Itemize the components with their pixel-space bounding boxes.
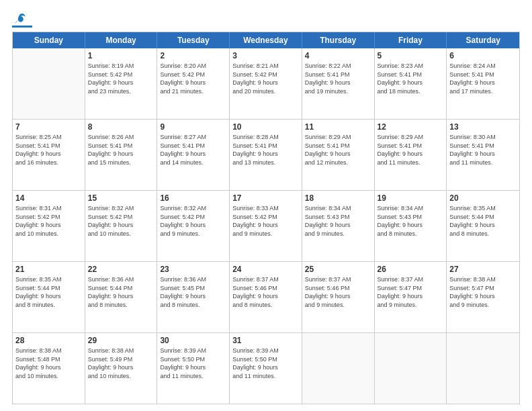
cell-text: Sunrise: 8:29 AM Sunset: 5:41 PM Dayligh…: [378, 133, 444, 167]
day-number: 19: [378, 193, 444, 203]
cell-text: Sunrise: 8:32 AM Sunset: 5:42 PM Dayligh…: [160, 204, 226, 238]
cell-text: Sunrise: 8:25 AM Sunset: 5:41 PM Dayligh…: [15, 133, 82, 167]
calendar-cell: 26Sunrise: 8:37 AM Sunset: 5:47 PM Dayli…: [375, 262, 447, 332]
cell-text: Sunrise: 8:35 AM Sunset: 5:44 PM Dayligh…: [449, 204, 517, 238]
calendar-cell: 20Sunrise: 8:35 AM Sunset: 5:44 PM Dayli…: [447, 191, 519, 261]
cell-text: Sunrise: 8:38 AM Sunset: 5:49 PM Dayligh…: [88, 347, 154, 380]
calendar-cell: 9Sunrise: 8:27 AM Sunset: 5:41 PM Daylig…: [157, 120, 230, 190]
day-number: 14: [15, 193, 82, 203]
cell-text: Sunrise: 8:38 AM Sunset: 5:48 PM Dayligh…: [15, 347, 82, 380]
calendar-cell: 6Sunrise: 8:24 AM Sunset: 5:41 PM Daylig…: [447, 48, 519, 119]
logo-bird-icon: [13, 12, 27, 26]
calendar-row: 7Sunrise: 8:25 AM Sunset: 5:41 PM Daylig…: [13, 120, 519, 191]
calendar-cell: 14Sunrise: 8:31 AM Sunset: 5:42 PM Dayli…: [13, 191, 85, 261]
calendar-header-cell: Sunday: [13, 32, 85, 48]
cell-text: Sunrise: 8:39 AM Sunset: 5:50 PM Dayligh…: [160, 347, 226, 380]
calendar-cell: 13Sunrise: 8:30 AM Sunset: 5:41 PM Dayli…: [447, 120, 519, 190]
day-number: 25: [305, 264, 371, 275]
day-number: 13: [449, 122, 517, 132]
day-number: 3: [232, 50, 299, 61]
calendar-cell: 24Sunrise: 8:37 AM Sunset: 5:46 PM Dayli…: [230, 262, 302, 332]
calendar-cell: 21Sunrise: 8:35 AM Sunset: 5:44 PM Dayli…: [13, 262, 85, 332]
calendar-cell: 5Sunrise: 8:23 AM Sunset: 5:41 PM Daylig…: [375, 48, 447, 119]
calendar-cell: 17Sunrise: 8:33 AM Sunset: 5:42 PM Dayli…: [230, 191, 302, 261]
calendar-cell: 28Sunrise: 8:38 AM Sunset: 5:48 PM Dayli…: [13, 333, 85, 404]
day-number: 23: [160, 264, 226, 275]
calendar-cell: 2Sunrise: 8:20 AM Sunset: 5:42 PM Daylig…: [157, 48, 230, 119]
calendar-cell: [447, 333, 519, 404]
cell-text: Sunrise: 8:20 AM Sunset: 5:42 PM Dayligh…: [160, 62, 226, 95]
day-number: 9: [160, 122, 226, 132]
logo: [12, 12, 34, 28]
cell-text: Sunrise: 8:23 AM Sunset: 5:41 PM Dayligh…: [378, 62, 444, 95]
calendar-cell: 16Sunrise: 8:32 AM Sunset: 5:42 PM Dayli…: [157, 191, 230, 261]
day-number: 1: [88, 50, 154, 61]
day-number: 12: [378, 122, 444, 132]
cell-text: Sunrise: 8:37 AM Sunset: 5:46 PM Dayligh…: [232, 275, 299, 309]
calendar-body: 1Sunrise: 8:19 AM Sunset: 5:42 PM Daylig…: [13, 48, 519, 404]
calendar-cell: [13, 48, 85, 119]
calendar-cell: 12Sunrise: 8:29 AM Sunset: 5:41 PM Dayli…: [375, 120, 447, 190]
calendar-cell: 7Sunrise: 8:25 AM Sunset: 5:41 PM Daylig…: [13, 120, 85, 190]
cell-text: Sunrise: 8:35 AM Sunset: 5:44 PM Dayligh…: [15, 275, 82, 309]
day-number: 21: [15, 264, 82, 275]
cell-text: Sunrise: 8:39 AM Sunset: 5:50 PM Dayligh…: [232, 347, 299, 380]
day-number: 7: [15, 122, 82, 132]
cell-text: Sunrise: 8:22 AM Sunset: 5:41 PM Dayligh…: [305, 62, 371, 95]
day-number: 29: [88, 335, 154, 346]
day-number: 4: [305, 50, 371, 61]
calendar-cell: 3Sunrise: 8:21 AM Sunset: 5:42 PM Daylig…: [230, 48, 302, 119]
day-number: 31: [232, 335, 299, 346]
calendar-cell: 31Sunrise: 8:39 AM Sunset: 5:50 PM Dayli…: [230, 333, 302, 404]
day-number: 18: [305, 193, 371, 203]
calendar-cell: 19Sunrise: 8:34 AM Sunset: 5:43 PM Dayli…: [375, 191, 447, 261]
calendar-row: 1Sunrise: 8:19 AM Sunset: 5:42 PM Daylig…: [13, 48, 519, 120]
header: [12, 12, 520, 28]
calendar-cell: 27Sunrise: 8:38 AM Sunset: 5:47 PM Dayli…: [447, 262, 519, 332]
calendar-header-cell: Saturday: [447, 32, 519, 48]
day-number: 15: [88, 193, 154, 203]
calendar-cell: 30Sunrise: 8:39 AM Sunset: 5:50 PM Dayli…: [157, 333, 230, 404]
calendar-cell: 1Sunrise: 8:19 AM Sunset: 5:42 PM Daylig…: [85, 48, 158, 119]
cell-text: Sunrise: 8:29 AM Sunset: 5:41 PM Dayligh…: [305, 133, 371, 167]
day-number: 16: [160, 193, 226, 203]
calendar-cell: 8Sunrise: 8:26 AM Sunset: 5:41 PM Daylig…: [85, 120, 158, 190]
calendar: SundayMondayTuesdayWednesdayThursdayFrid…: [12, 32, 520, 404]
calendar-cell: 10Sunrise: 8:28 AM Sunset: 5:41 PM Dayli…: [230, 120, 302, 190]
day-number: 8: [88, 122, 154, 132]
calendar-cell: [302, 333, 375, 404]
calendar-cell: 29Sunrise: 8:38 AM Sunset: 5:49 PM Dayli…: [85, 333, 158, 404]
cell-text: Sunrise: 8:34 AM Sunset: 5:43 PM Dayligh…: [378, 204, 444, 238]
calendar-row: 14Sunrise: 8:31 AM Sunset: 5:42 PM Dayli…: [13, 191, 519, 262]
day-number: 27: [449, 264, 517, 275]
day-number: 20: [449, 193, 517, 203]
calendar-row: 28Sunrise: 8:38 AM Sunset: 5:48 PM Dayli…: [13, 333, 519, 404]
cell-text: Sunrise: 8:26 AM Sunset: 5:41 PM Dayligh…: [88, 133, 154, 167]
calendar-header-cell: Tuesday: [157, 32, 230, 48]
day-number: 5: [378, 50, 444, 61]
day-number: 26: [378, 264, 444, 275]
day-number: 28: [15, 335, 82, 346]
cell-text: Sunrise: 8:36 AM Sunset: 5:44 PM Dayligh…: [88, 275, 154, 309]
cell-text: Sunrise: 8:27 AM Sunset: 5:41 PM Dayligh…: [160, 133, 226, 167]
calendar-row: 21Sunrise: 8:35 AM Sunset: 5:44 PM Dayli…: [13, 262, 519, 333]
calendar-cell: 4Sunrise: 8:22 AM Sunset: 5:41 PM Daylig…: [302, 48, 375, 119]
day-number: 6: [449, 50, 517, 61]
cell-text: Sunrise: 8:34 AM Sunset: 5:43 PM Dayligh…: [305, 204, 371, 238]
day-number: 22: [88, 264, 154, 275]
cell-text: Sunrise: 8:36 AM Sunset: 5:45 PM Dayligh…: [160, 275, 226, 309]
cell-text: Sunrise: 8:37 AM Sunset: 5:46 PM Dayligh…: [305, 275, 371, 309]
cell-text: Sunrise: 8:31 AM Sunset: 5:42 PM Dayligh…: [15, 204, 82, 238]
calendar-cell: 25Sunrise: 8:37 AM Sunset: 5:46 PM Dayli…: [302, 262, 375, 332]
calendar-cell: 18Sunrise: 8:34 AM Sunset: 5:43 PM Dayli…: [302, 191, 375, 261]
cell-text: Sunrise: 8:28 AM Sunset: 5:41 PM Dayligh…: [232, 133, 299, 167]
cell-text: Sunrise: 8:24 AM Sunset: 5:41 PM Dayligh…: [449, 62, 517, 95]
cell-text: Sunrise: 8:33 AM Sunset: 5:42 PM Dayligh…: [232, 204, 299, 238]
calendar-cell: 15Sunrise: 8:32 AM Sunset: 5:42 PM Dayli…: [85, 191, 158, 261]
calendar-cell: 11Sunrise: 8:29 AM Sunset: 5:41 PM Dayli…: [302, 120, 375, 190]
day-number: 24: [232, 264, 299, 275]
calendar-header-cell: Monday: [85, 32, 158, 48]
day-number: 10: [232, 122, 299, 132]
day-number: 11: [305, 122, 371, 132]
cell-text: Sunrise: 8:21 AM Sunset: 5:42 PM Dayligh…: [232, 62, 299, 95]
